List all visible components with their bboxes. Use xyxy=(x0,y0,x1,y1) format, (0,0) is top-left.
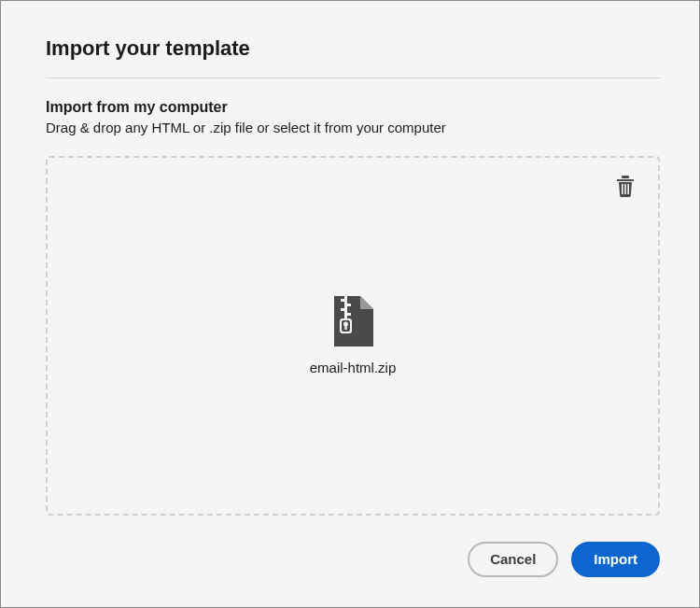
svg-rect-2 xyxy=(622,184,623,194)
svg-rect-3 xyxy=(624,184,626,194)
svg-rect-1 xyxy=(622,176,629,178)
file-dropzone[interactable]: email-html.zip xyxy=(46,156,660,516)
cancel-button[interactable]: Cancel xyxy=(468,542,558,577)
section-subtitle: Drag & drop any HTML or .zip file or sel… xyxy=(46,120,660,135)
svg-rect-0 xyxy=(617,179,634,181)
svg-rect-7 xyxy=(347,304,351,306)
dialog-footer: Cancel Import xyxy=(46,542,660,577)
delete-file-button[interactable] xyxy=(615,175,637,197)
section-title: Import from my computer xyxy=(46,99,660,116)
trash-icon xyxy=(615,175,637,197)
import-button[interactable]: Import xyxy=(571,542,660,577)
svg-rect-4 xyxy=(627,184,629,194)
svg-rect-8 xyxy=(341,308,344,311)
import-template-dialog: Import your template Import from my comp… xyxy=(0,0,700,608)
svg-rect-13 xyxy=(344,325,346,330)
file-name-label: email-html.zip xyxy=(310,360,397,375)
svg-rect-6 xyxy=(341,299,344,302)
svg-rect-9 xyxy=(347,313,351,316)
zip-file-icon xyxy=(332,296,373,346)
uploaded-file: email-html.zip xyxy=(310,296,397,375)
divider xyxy=(46,78,660,78)
dialog-title: Import your template xyxy=(46,36,660,61)
